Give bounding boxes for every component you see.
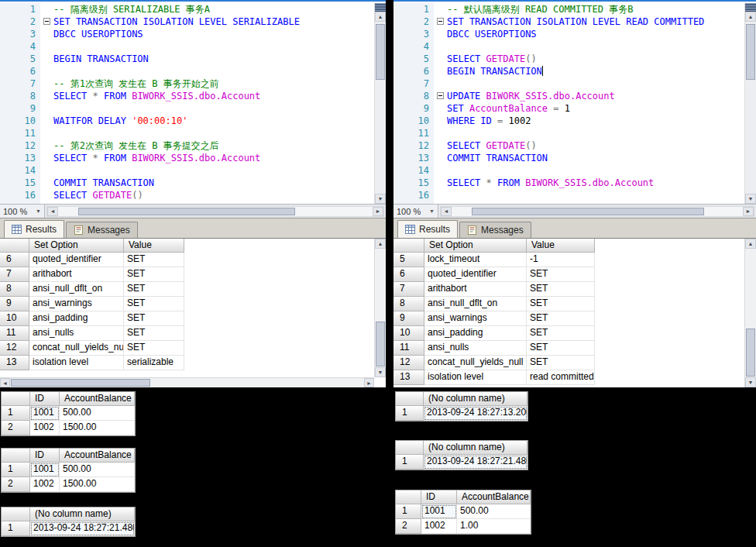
scroll-right-button[interactable]: ► [364, 378, 374, 387]
grid-cell[interactable]: read committed [527, 370, 595, 385]
grid-cell[interactable]: isolation level [424, 370, 527, 385]
grid-cell[interactable]: SET [527, 267, 595, 282]
scrollbar-thumb[interactable] [472, 208, 704, 215]
grid-cell[interactable]: SET [124, 326, 184, 341]
row-header[interactable]: 2 [396, 519, 421, 534]
grid-corner[interactable] [396, 490, 421, 504]
scrollbar-thumb[interactable] [746, 329, 755, 377]
splitter-grip-icon[interactable] [375, 3, 386, 12]
grid-cell[interactable]: SET [124, 297, 184, 311]
grid-cell[interactable]: arithabort [29, 267, 124, 282]
grid-cell[interactable]: serializable [124, 356, 184, 370]
column-header[interactable]: ID [30, 392, 60, 406]
grid-corner[interactable] [2, 449, 30, 463]
code-line[interactable]: 15SELECT * FROM BIWORK_SSIS.dbo.Account [393, 177, 744, 189]
grid-cell[interactable]: SET [527, 341, 595, 356]
grid-corner[interactable] [393, 239, 424, 253]
scroll-down-button[interactable]: ▼ [375, 194, 386, 204]
grid-cell[interactable]: 1001 [421, 504, 457, 519]
row-header[interactable]: 8 [0, 282, 29, 297]
grid-cell[interactable]: SET [124, 311, 184, 326]
row-header[interactable]: 1 [396, 455, 424, 470]
scroll-down-button[interactable]: ▼ [745, 377, 756, 387]
code-line[interactable]: 1-- 隔离级别 SERIALIZABLE 事务A [0, 3, 374, 15]
grid-vertical-scrollbar[interactable]: ▲ ▼ [744, 239, 756, 387]
grid-cell[interactable]: SET [124, 341, 184, 356]
row-header[interactable]: 10 [393, 326, 424, 341]
column-header[interactable]: Set Option [424, 239, 527, 253]
column-header[interactable]: AccountBalance [60, 449, 135, 463]
editor-horizontal-scrollbar[interactable]: ◄ ► [440, 206, 754, 217]
code-line[interactable]: 13COMMIT TRANSACTION [393, 152, 744, 164]
code-line[interactable]: 15COMMIT TRANSACTION [0, 177, 374, 189]
grid-cell[interactable]: concat_null_yields_null [29, 341, 124, 356]
code-line[interactable]: 9SET AccountBalance = 1 [393, 102, 744, 115]
row-header[interactable]: 8 [393, 297, 424, 311]
code-line[interactable]: 5SELECT GETDATE() [393, 53, 744, 65]
code-line[interactable]: 7 [393, 77, 744, 90]
scrollbar-thumb[interactable] [376, 322, 385, 366]
row-header[interactable]: 2 [2, 477, 30, 492]
grid-corner[interactable] [0, 239, 29, 253]
scroll-up-button[interactable]: ▲ [375, 239, 386, 249]
code-line[interactable]: 8SELECT * FROM BIWORK_SSIS.dbo.Account [0, 90, 374, 102]
code-line[interactable]: 2SET TRANSACTION ISOLATION LEVEL READ CO… [393, 15, 744, 28]
grid-cell[interactable]: quoted_identifier [424, 267, 527, 282]
column-header[interactable]: ID [421, 490, 457, 504]
scroll-down-button[interactable]: ▼ [375, 367, 386, 377]
grid-cell[interactable]: ansi_warnings [29, 297, 124, 311]
scrollbar-thumb[interactable] [746, 24, 755, 80]
column-header[interactable]: Value [124, 239, 184, 253]
grid-cell[interactable]: ansi_nulls [424, 341, 527, 356]
scroll-left-button[interactable]: ◄ [0, 378, 10, 387]
scroll-down-button[interactable]: ▼ [745, 194, 756, 204]
editor-vertical-scrollbar[interactable]: ▲ ▼ [744, 3, 756, 204]
grid-cell[interactable]: lock_timeout [424, 253, 527, 267]
grid-cell[interactable]: ansi_warnings [424, 311, 527, 326]
tab-messages[interactable]: Messages [459, 222, 531, 238]
scroll-up-button[interactable]: ▲ [745, 239, 756, 249]
collapse-minus-icon[interactable] [437, 92, 444, 99]
code-line[interactable]: 2SET TRANSACTION ISOLATION LEVEL SERIALI… [0, 15, 374, 28]
code-line[interactable]: 3DBCC USEROPTIONS [393, 28, 744, 40]
sql-editor-left[interactable]: 1-- 隔离级别 SERIALIZABLE 事务A2SET TRANSACTIO… [0, 0, 386, 204]
row-header[interactable]: 11 [393, 341, 424, 356]
row-header[interactable]: 10 [0, 311, 29, 326]
grid-cell[interactable]: concat_null_yields_null [424, 356, 527, 370]
tab-messages[interactable]: Messages [66, 222, 138, 238]
grid-cell[interactable]: 1002 [30, 421, 60, 435]
grid-cell[interactable]: 2013-09-24 18:27:21.480 [424, 455, 527, 470]
column-header[interactable]: (No column name) [424, 441, 527, 455]
collapse-minus-icon[interactable] [437, 18, 444, 25]
row-header[interactable]: 9 [0, 297, 29, 311]
tab-results[interactable]: Results [4, 220, 64, 238]
row-header[interactable]: 1 [2, 521, 30, 536]
code-line[interactable]: 7-- 第1次查询 发生在 B 事务开始之前 [0, 77, 374, 90]
code-line[interactable]: 4 [393, 40, 744, 53]
row-header[interactable]: 6 [0, 253, 29, 267]
grid-cell[interactable]: ansi_null_dflt_on [424, 297, 527, 311]
column-header[interactable]: (No column name) [424, 392, 527, 406]
grid-corner[interactable] [396, 441, 424, 455]
grid-cell[interactable]: SET [527, 356, 595, 370]
code-line[interactable]: 14 [0, 164, 374, 177]
grid-corner[interactable] [2, 392, 30, 406]
splitter-grip-icon[interactable] [745, 3, 756, 12]
collapse-minus-icon[interactable] [43, 18, 50, 25]
code-area[interactable]: 1-- 隔离级别 SERIALIZABLE 事务A2SET TRANSACTIO… [0, 3, 374, 204]
row-header[interactable]: 9 [393, 311, 424, 326]
code-line[interactable]: 11 [393, 127, 744, 139]
row-header[interactable]: 1 [396, 406, 424, 421]
grid-cell[interactable]: ansi_nulls [29, 326, 124, 341]
row-header[interactable]: 7 [0, 267, 29, 282]
grid-cell[interactable]: 1002 [30, 477, 60, 492]
scrollbar-thumb[interactable] [376, 24, 385, 80]
grid-cell[interactable]: -1 [527, 253, 595, 267]
grid-cell[interactable]: SET [124, 282, 184, 297]
code-line[interactable]: 14 [393, 164, 744, 177]
code-line[interactable]: 6BEGIN TRANSACTION [393, 65, 744, 77]
grid-cell[interactable]: 2013-09-24 18:27:21.480 [30, 521, 135, 536]
grid-cell[interactable]: 2013-09-24 18:27:13.200 [424, 406, 527, 421]
code-line[interactable]: 4 [0, 40, 374, 53]
column-header[interactable]: Set Option [29, 239, 124, 253]
